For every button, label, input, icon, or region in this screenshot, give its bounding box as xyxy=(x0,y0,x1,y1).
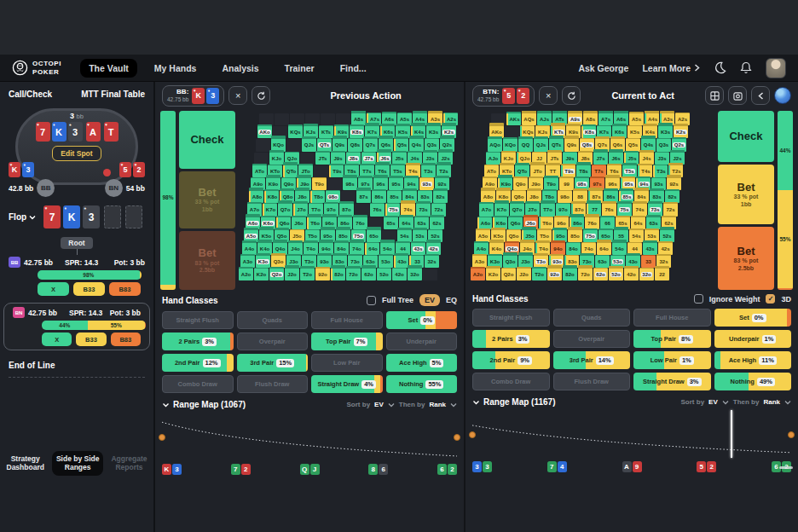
hand-tile-j5s[interactable]: J5s xyxy=(392,153,407,165)
hand-tile-k4s[interactable]: K4s xyxy=(411,126,425,138)
hand-class-2-pairs[interactable]: 2 Pairs3% xyxy=(162,332,234,350)
hand-tile-52o[interactable]: 52o xyxy=(609,269,623,280)
hand-tile-53s[interactable]: 53s xyxy=(413,230,427,242)
hand-tile-83s[interactable]: 83s xyxy=(650,191,664,203)
hand-tile-k5o[interactable]: K5o xyxy=(491,230,506,242)
hand-tile-t3o[interactable]: T3o xyxy=(534,256,548,268)
hand-tile-a9s[interactable]: A9s xyxy=(568,113,582,125)
action-bet-button[interactable]: Bet33 % pot1bb xyxy=(179,171,235,228)
hand-tile-a6o[interactable]: A6o xyxy=(246,217,260,229)
hand-class-low-pair[interactable]: Low Pair1% xyxy=(633,351,711,369)
hand-tile-t9s[interactable]: T9s xyxy=(329,165,344,177)
hand-tile-a6s[interactable]: A6s xyxy=(614,113,628,125)
hand-tile-t2o[interactable]: T2o xyxy=(300,269,315,280)
hand-tile-64o[interactable]: 64o xyxy=(597,243,611,255)
hand-tile-95s[interactable]: 95s xyxy=(389,178,403,190)
hand-tile-kts[interactable]: KTs xyxy=(319,126,333,138)
hand-class-quads[interactable]: Quads xyxy=(237,311,309,329)
hand-tile-qjs[interactable]: QJs xyxy=(302,139,316,151)
hand-tile-aa[interactable] xyxy=(259,113,274,125)
hand-tile-ajs[interactable]: AJs xyxy=(537,113,552,125)
hand-tile-97s[interactable]: 97s xyxy=(590,178,604,190)
hand-tile-93o[interactable]: 93o xyxy=(549,256,564,268)
close-panel-button[interactable]: × xyxy=(539,86,558,105)
hand-tile-62s[interactable]: 62s xyxy=(430,217,444,229)
hand-tile-j5o[interactable]: J5o xyxy=(522,230,536,242)
hand-class-set[interactable]: Set0% xyxy=(714,309,792,327)
hand-tile-t8o[interactable]: T8o xyxy=(310,191,325,203)
hand-tile-87s[interactable]: 87s xyxy=(588,191,603,203)
hand-tile-92o[interactable]: 92o xyxy=(547,269,562,280)
hand-tile-22[interactable] xyxy=(423,269,437,280)
hand-tile-j4o[interactable]: J4o xyxy=(288,243,303,255)
hand-tile-q3s[interactable]: Q3s xyxy=(656,139,671,151)
hand-tile-k9s[interactable]: K9s xyxy=(566,126,581,138)
tab-aggregate[interactable]: AggregateReports xyxy=(107,451,151,476)
hand-tile-ato[interactable]: ATo xyxy=(252,165,267,177)
hand-tile-83o[interactable]: 83o xyxy=(332,256,347,268)
hand-tile-j2o[interactable]: J2o xyxy=(517,269,531,280)
hand-tile-q4o[interactable]: Q4o xyxy=(273,243,287,255)
action-bet-button[interactable]: Bet83 % pot2.5bb xyxy=(718,227,774,290)
hand-tile-a4s[interactable]: A4s xyxy=(645,113,659,125)
hand-tile-t9o[interactable]: T9o xyxy=(544,178,558,190)
hand-tile-54s[interactable]: 54s xyxy=(397,230,412,242)
hand-tile-j6o[interactable]: J6o xyxy=(523,217,538,229)
hand-tile-97o[interactable]: 97o xyxy=(324,204,338,216)
hand-tile-a6o[interactable]: A6o xyxy=(477,217,492,229)
hand-tile-k2s[interactable]: K2s xyxy=(674,126,688,138)
hand-tile-j8o[interactable]: J8o xyxy=(295,191,309,203)
hand-tile-k8s[interactable]: K8s xyxy=(581,126,596,138)
hand-tile-87o[interactable]: 87o xyxy=(571,204,586,216)
snapshot-button[interactable] xyxy=(728,86,747,105)
hand-tile-jj[interactable]: JJ xyxy=(532,153,546,165)
hand-tile-76s[interactable]: 76s xyxy=(370,204,385,216)
hand-tile-aqo[interactable] xyxy=(256,139,270,151)
nav-item-trainer[interactable]: Trainer xyxy=(276,59,323,78)
hand-tile-a3s[interactable]: A3s xyxy=(428,113,442,125)
hand-tile-82o[interactable]: 82o xyxy=(563,269,577,280)
turn-placeholder-card[interactable] xyxy=(104,205,121,228)
hand-tile-k4o[interactable]: K4o xyxy=(489,243,504,255)
sort-by-select[interactable]: EV xyxy=(708,398,718,406)
street-dropdown[interactable]: Flop xyxy=(9,212,36,222)
hand-tile-kts[interactable]: KTs xyxy=(551,126,565,138)
hand-class-set[interactable]: Set0% xyxy=(386,311,458,329)
hand-tile-q7o[interactable]: Q7o xyxy=(278,204,292,216)
hand-tile-55[interactable] xyxy=(382,230,396,242)
hand-tile-72o[interactable]: 72o xyxy=(346,269,361,280)
hand-tile-q4s[interactable]: Q4s xyxy=(409,139,424,151)
hand-tile-66[interactable]: 66 xyxy=(600,217,615,229)
hand-tile-q7s[interactable]: Q7s xyxy=(363,139,378,151)
hand-tile-a2s[interactable]: A2s xyxy=(675,113,690,125)
node-button-b83[interactable]: B83 xyxy=(111,332,141,346)
hand-tile-54o[interactable]: 54o xyxy=(612,243,627,255)
then-by-select[interactable]: Rank xyxy=(429,401,446,408)
hand-tile-94s[interactable]: 94s xyxy=(636,178,651,190)
nav-item-analysis[interactable]: Analysis xyxy=(213,59,267,78)
action-check-button[interactable]: Check xyxy=(179,111,235,169)
hand-tile-32s[interactable]: 32s xyxy=(656,256,671,268)
hand-tile-j9o[interactable]: J9o xyxy=(529,178,543,190)
hand-tile-q8o[interactable]: Q8o xyxy=(280,191,294,203)
hand-tile-a7s[interactable]: A7s xyxy=(367,113,381,125)
hand-tile-k9s[interactable]: K9s xyxy=(334,126,349,138)
hand-tile-q6o[interactable]: Q6o xyxy=(276,217,291,229)
hand-tile-63o[interactable]: 63o xyxy=(363,256,378,268)
hand-tile-54o[interactable]: 54o xyxy=(380,243,395,255)
hand-tile-k2o[interactable]: K2o xyxy=(254,269,269,280)
hand-tile-k8o[interactable]: K8o xyxy=(496,191,511,203)
hand-tile-ajs[interactable] xyxy=(305,113,320,125)
hand-tile-j8o[interactable]: J8o xyxy=(527,191,541,203)
hand-tile-82o[interactable]: 82o xyxy=(331,269,345,280)
hand-tile-qjo[interactable]: QJo xyxy=(285,153,299,165)
hand-tile-t8s[interactable]: T8s xyxy=(576,165,591,177)
chevron-down-icon[interactable] xyxy=(784,400,791,405)
hand-tile-t7o[interactable]: T7o xyxy=(309,204,323,216)
hand-class-straight-draw[interactable]: Straight Draw4% xyxy=(311,375,383,393)
hand-tile-t5s[interactable]: T5s xyxy=(622,165,637,177)
hand-tile-82s[interactable]: 82s xyxy=(665,191,679,203)
hand-tile-j4o[interactable]: J4o xyxy=(520,243,535,255)
hand-tile-q8s[interactable]: Q8s xyxy=(348,139,362,151)
hand-tile-t6s[interactable]: T6s xyxy=(375,165,390,177)
